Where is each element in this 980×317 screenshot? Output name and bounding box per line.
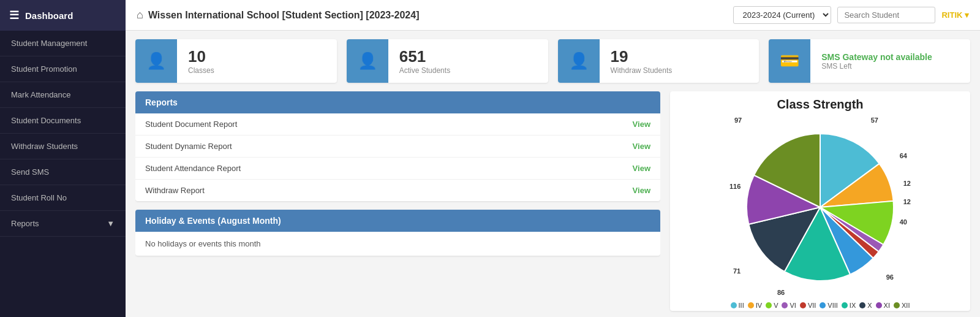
pie-chart-container: 97 57 64 12 12 40 96 86 71 116 xyxy=(728,115,912,299)
stat-card-sms: 💳 SMS Gateway not available SMS Left xyxy=(769,39,970,83)
reports-header: Reports xyxy=(135,91,660,113)
sidebar-item-student-documents[interactable]: Student Documents xyxy=(0,108,126,134)
sms-info: SMS Gateway not available SMS Left xyxy=(810,45,943,78)
legend-dot-xii xyxy=(894,302,900,308)
sidebar-item-send-sms[interactable]: Send SMS xyxy=(0,159,126,185)
classes-label: Classes xyxy=(188,66,214,75)
withdraw-students-icon-box: 👤 xyxy=(558,39,600,83)
label-12b: 12 xyxy=(903,198,911,205)
report-row-4: Withdraw Report View xyxy=(135,180,660,201)
legend-xii: XII xyxy=(894,302,910,309)
dashboard-header[interactable]: ☰ Dashboard xyxy=(0,0,126,31)
active-students-icon-box: 👤 xyxy=(347,39,388,83)
hamburger-icon: ☰ xyxy=(9,9,19,22)
chart-panel: Class Strength 97 57 64 12 12 40 96 86 7… xyxy=(670,91,970,311)
sidebar-title: Dashboard xyxy=(25,10,73,21)
legend-v: V xyxy=(766,302,778,309)
sms-title: SMS Gateway not available xyxy=(821,52,932,62)
page-title: ⌂ Wissen International School [Student S… xyxy=(137,9,727,21)
sidebar-item-withdraw-students[interactable]: Withdraw Students xyxy=(0,134,126,159)
sidebar-item-mark-attendance[interactable]: Mark Attendance xyxy=(0,82,126,108)
person-icon-3: 👤 xyxy=(569,52,589,71)
legend-ix: IX xyxy=(842,302,856,309)
home-icon: ⌂ xyxy=(137,9,143,21)
legend-dot-vii xyxy=(800,302,806,308)
report-name-3: Student Attendance Report xyxy=(145,164,241,173)
left-column: Reports Student Document Report View Stu… xyxy=(135,91,660,311)
sidebar-item-student-management[interactable]: Student Management xyxy=(0,31,126,56)
view-link-2[interactable]: View xyxy=(633,142,650,151)
label-57: 57 xyxy=(871,116,878,124)
legend-dot-vi xyxy=(782,302,788,308)
legend-xi: XI xyxy=(876,302,890,309)
legend-dot-iii xyxy=(731,302,737,308)
search-input[interactable] xyxy=(837,7,935,23)
chevron-down-icon: ▼ xyxy=(107,219,115,228)
year-selector[interactable]: 2023-2024 (Current) xyxy=(733,6,831,24)
active-students-info: 651 Active Students xyxy=(388,40,461,82)
active-students-number: 651 xyxy=(399,47,450,66)
legend-x: X xyxy=(859,302,872,309)
legend-dot-ix xyxy=(842,302,848,308)
report-name-1: Student Document Report xyxy=(145,120,237,129)
active-students-label: Active Students xyxy=(399,66,450,75)
legend-viii: VIII xyxy=(820,302,838,309)
legend-vi: VI xyxy=(782,302,796,309)
withdraw-students-number: 19 xyxy=(611,47,673,66)
main-content: ⌂ Wissen International School [Student S… xyxy=(126,0,980,317)
legend-iii: III xyxy=(731,302,744,309)
classes-info: 10 Classes xyxy=(177,40,225,82)
view-link-4[interactable]: View xyxy=(633,186,650,195)
label-64: 64 xyxy=(900,152,907,159)
sms-icon-box: 💳 xyxy=(769,39,810,83)
page-title-text: Wissen International School [Student Sec… xyxy=(148,10,420,21)
sidebar-nav: Student Management Student Promotion Mar… xyxy=(0,31,126,237)
legend-dot-x xyxy=(859,302,865,308)
legend-vii: VII xyxy=(800,302,816,309)
label-71: 71 xyxy=(733,267,741,275)
label-96: 96 xyxy=(886,273,894,281)
content-area: Reports Student Document Report View Stu… xyxy=(126,91,980,317)
chart-legend: III IV V VI VII xyxy=(731,302,910,309)
sidebar-item-student-promotion[interactable]: Student Promotion xyxy=(0,56,126,82)
sidebar-item-student-roll-no[interactable]: Student Roll No xyxy=(0,185,126,211)
reports-card: Reports Student Document Report View Stu… xyxy=(135,91,660,201)
label-40: 40 xyxy=(900,218,907,226)
user-label[interactable]: RITIK ▾ xyxy=(941,10,969,20)
sidebar-item-reports[interactable]: Reports ▼ xyxy=(0,211,126,237)
view-link-3[interactable]: View xyxy=(633,164,650,173)
sidebar: ☰ Dashboard Student Management Student P… xyxy=(0,0,126,317)
sms-subtitle: SMS Left xyxy=(821,62,932,71)
chart-title: Class Strength xyxy=(777,97,863,112)
label-116: 116 xyxy=(729,183,741,190)
stat-card-active-students: 👤 651 Active Students xyxy=(347,39,548,83)
events-message: No holidays or events this month xyxy=(135,232,660,256)
classes-icon-box: 👤 xyxy=(135,39,177,83)
classes-number: 10 xyxy=(188,47,214,66)
topbar: ⌂ Wissen International School [Student S… xyxy=(126,0,980,31)
withdraw-students-info: 19 Withdraw Students xyxy=(600,40,684,82)
view-link-1[interactable]: View xyxy=(633,120,650,129)
events-card: Holiday & Events (August Month) No holid… xyxy=(135,210,660,256)
report-row-2: Student Dynamic Report View xyxy=(135,136,660,158)
label-86: 86 xyxy=(777,289,785,296)
legend-iv: IV xyxy=(748,302,762,309)
person-icon-2: 👤 xyxy=(358,52,377,71)
person-icon: 👤 xyxy=(146,52,166,71)
label-12a: 12 xyxy=(903,180,911,187)
pie-chart-svg xyxy=(728,115,912,299)
legend-dot-xi xyxy=(876,302,882,308)
label-97: 97 xyxy=(734,116,742,124)
stat-card-withdraw-students: 👤 19 Withdraw Students xyxy=(558,39,760,83)
withdraw-students-label: Withdraw Students xyxy=(611,66,673,75)
sms-icon: 💳 xyxy=(780,52,799,71)
report-name-2: Student Dynamic Report xyxy=(145,142,232,151)
report-name-4: Withdraw Report xyxy=(145,186,205,195)
stat-card-classes: 👤 10 Classes xyxy=(135,39,337,83)
report-row-1: Student Document Report View xyxy=(135,113,660,136)
report-row-3: Student Attendance Report View xyxy=(135,158,660,180)
stats-row: 👤 10 Classes 👤 651 Active Students 👤 19 … xyxy=(126,31,980,91)
legend-dot-viii xyxy=(820,302,826,308)
legend-dot-v xyxy=(766,302,772,308)
events-header: Holiday & Events (August Month) xyxy=(135,210,660,232)
